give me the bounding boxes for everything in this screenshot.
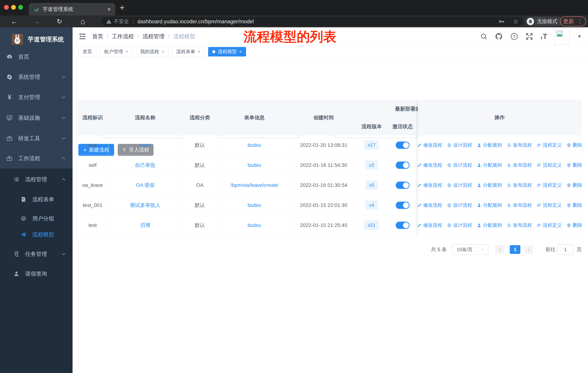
op-edit-process-link[interactable]: 修改流程	[417, 222, 442, 228]
tag-process-model[interactable]: 流程模型 ×	[208, 47, 246, 56]
op-delete-link[interactable]: 删除	[567, 202, 582, 208]
version-badge[interactable]: v21	[364, 221, 379, 230]
breadcrumb-home[interactable]: 首页	[92, 33, 103, 40]
tag-home[interactable]: 首页	[78, 47, 96, 56]
op-process-definition-link[interactable]: 流程定义	[537, 162, 562, 168]
sidebar-item-system[interactable]: 系统管理	[0, 67, 73, 87]
op-process-definition-link[interactable]: 流程定义	[537, 202, 562, 208]
help-icon[interactable]: ?	[510, 32, 518, 40]
sidebar-item-infrastructure[interactable]: 基础设施	[0, 108, 73, 128]
op-delete-link[interactable]: 删除	[567, 182, 582, 188]
op-delete-link[interactable]: 删除	[567, 142, 582, 148]
sidebar-item-home[interactable]: 首页	[0, 47, 73, 67]
active-toggle[interactable]	[396, 202, 410, 209]
row-name-link[interactable]: eeee	[139, 142, 151, 148]
row-form-link[interactable]: biubiu	[248, 142, 261, 148]
op-delete-link[interactable]: 删除	[567, 162, 582, 168]
sidebar-item-process-form[interactable]: 流程表单	[0, 189, 73, 210]
op-design-process-link[interactable]: 设计流程	[447, 222, 472, 228]
forward-icon[interactable]: →	[31, 15, 42, 27]
active-toggle[interactable]	[396, 161, 410, 169]
back-icon[interactable]: ←	[9, 15, 20, 27]
tag-close-icon[interactable]: ×	[162, 49, 164, 54]
version-badge[interactable]: v2	[366, 161, 378, 170]
active-toggle[interactable]	[396, 141, 410, 149]
fullscreen-icon[interactable]	[525, 33, 533, 40]
breadcrumb-workflow[interactable]: 工作流程	[112, 33, 134, 40]
version-badge[interactable]: v4	[366, 201, 378, 210]
tag-close-icon[interactable]: ×	[198, 49, 200, 54]
sidebar-item-workflow[interactable]: 工作流程	[0, 148, 73, 169]
bookmark-star-icon[interactable]: ☆	[513, 18, 519, 25]
op-process-definition-link[interactable]: 流程定义	[537, 182, 562, 188]
browser-menu-icon[interactable]: ⋮	[577, 18, 583, 25]
home-icon[interactable]: ⌂	[77, 15, 88, 27]
active-toggle[interactable]	[396, 222, 410, 229]
row-form-link[interactable]: biubiu	[248, 202, 261, 208]
row-name-link[interactable]: 滔博	[140, 222, 150, 229]
op-process-definition-link[interactable]: 流程定义	[537, 142, 562, 148]
tab-close-icon[interactable]: ×	[107, 6, 111, 12]
sidebar-item-process-model[interactable]: 流程模型	[0, 225, 73, 245]
traffic-zoom-button[interactable]	[18, 5, 23, 10]
new-tab-button[interactable]: +	[120, 2, 125, 13]
key-icon[interactable]	[498, 18, 505, 25]
row-name-link[interactable]: 自己审批	[135, 162, 156, 169]
op-publish-process-link[interactable]: 发布流程	[507, 162, 532, 168]
op-design-process-link[interactable]: 设计流程	[447, 202, 472, 208]
traffic-close-button[interactable]	[4, 5, 9, 10]
tag-process-form[interactable]: 流程表单 ×	[172, 47, 205, 56]
tag-my-process[interactable]: 我的流程 ×	[136, 47, 168, 56]
browser-tab[interactable]: 芋道管理系统 ×	[29, 3, 115, 15]
version-badge[interactable]: v17	[364, 141, 379, 150]
sidebar-item-process-management[interactable]: 流程管理	[0, 169, 73, 189]
update-button[interactable]: 更新 ⋮	[560, 16, 586, 26]
header-search-icon[interactable]	[480, 33, 488, 40]
tag-tenant[interactable]: 租户管理 ×	[100, 47, 132, 56]
reload-icon[interactable]: ↻	[54, 15, 65, 27]
breadcrumb-process-management[interactable]: 流程管理	[143, 33, 165, 40]
op-publish-process-link[interactable]: 发布流程	[507, 222, 532, 228]
row-form-link[interactable]: biubiu	[248, 162, 261, 168]
op-edit-process-link[interactable]: 修改流程	[417, 182, 442, 188]
op-assign-rule-link[interactable]: 分配规则	[477, 222, 502, 228]
op-publish-process-link[interactable]: 发布流程	[507, 202, 532, 208]
op-edit-process-link[interactable]: 修改流程	[417, 162, 442, 168]
sidebar-fold-icon[interactable]	[78, 32, 86, 40]
prev-page-button[interactable]: ‹	[495, 245, 504, 254]
op-edit-process-link[interactable]: 修改流程	[417, 142, 442, 148]
avatar-caret-icon[interactable]: ▼	[577, 34, 582, 39]
active-toggle[interactable]	[396, 181, 410, 189]
op-assign-rule-link[interactable]: 分配规则	[477, 182, 502, 188]
next-page-button[interactable]: ›	[524, 245, 533, 254]
op-publish-process-link[interactable]: 发布流程	[507, 142, 532, 148]
tag-close-icon[interactable]: ×	[239, 49, 242, 54]
url-text[interactable]: dashboard.yudao.iocoder.cn/bpm/manager/m…	[137, 19, 254, 25]
address-bar[interactable]: 不安全 dashboard.yudao.iocoder.cn/bpm/manag…	[101, 17, 524, 26]
op-design-process-link[interactable]: 设计流程	[447, 182, 472, 188]
sidebar-item-leave-query[interactable]: 请假查询	[0, 264, 73, 284]
incognito-chip[interactable]: 无痕模式	[525, 17, 562, 26]
goto-page-input[interactable]	[557, 244, 574, 255]
avatar[interactable]	[555, 28, 570, 44]
op-delete-link[interactable]: 删除	[567, 222, 582, 228]
op-publish-process-link[interactable]: 发布流程	[507, 182, 532, 188]
row-form-link[interactable]: biubiu	[248, 222, 261, 228]
op-edit-process-link[interactable]: 修改流程	[417, 202, 442, 208]
current-page-button[interactable]: 1	[510, 245, 520, 254]
sidebar-item-devtools[interactable]: 研发工具	[0, 128, 73, 148]
row-form-link[interactable]: /bpm/oa/leave/create	[231, 182, 278, 188]
traffic-minimize-button[interactable]	[11, 5, 16, 10]
op-design-process-link[interactable]: 设计流程	[447, 162, 472, 168]
op-assign-rule-link[interactable]: 分配规则	[477, 202, 502, 208]
op-design-process-link[interactable]: 设计流程	[447, 142, 472, 148]
page-size-select[interactable]: 10条/页	[452, 244, 488, 255]
row-name-link[interactable]: 测试多审批人	[130, 202, 161, 209]
row-name-link[interactable]: OA 请假	[136, 182, 155, 189]
sidebar-item-payment[interactable]: ¥ 支付管理	[0, 87, 73, 107]
font-size-icon[interactable]: тT	[540, 33, 547, 40]
version-badge[interactable]: v5	[366, 181, 378, 190]
security-label[interactable]: 不安全	[114, 18, 129, 25]
op-assign-rule-link[interactable]: 分配规则	[477, 142, 502, 148]
op-assign-rule-link[interactable]: 分配规则	[477, 162, 502, 168]
